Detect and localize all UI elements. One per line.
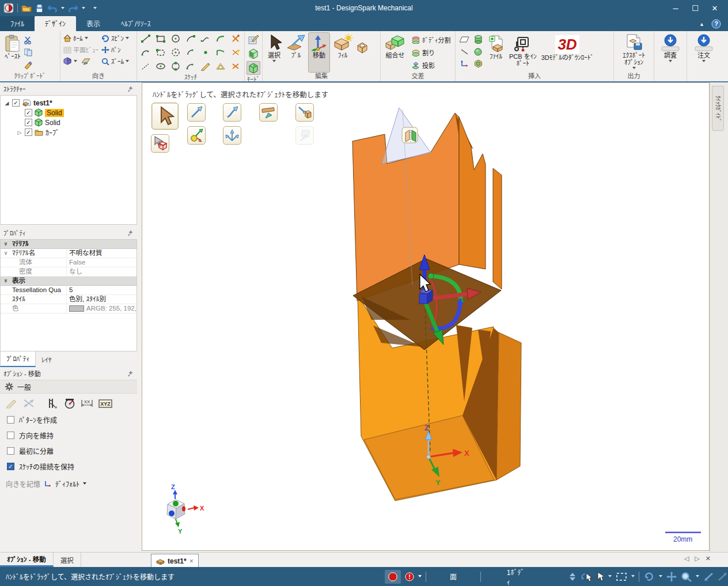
sketch-circle-icon[interactable]: [170, 34, 181, 43]
tab-display[interactable]: 表示: [76, 16, 111, 31]
select-cursor-icon[interactable]: [596, 572, 604, 581]
xyz-coordinates-tool-icon[interactable]: XYZ: [98, 399, 112, 408]
format-painter-icon[interactable]: [24, 61, 33, 69]
options-general-row[interactable]: 一般: [0, 380, 137, 394]
sketch-point-icon[interactable]: [200, 48, 211, 57]
tree-row-root[interactable]: ◢ ✓ test1*: [1, 98, 136, 108]
bottom-tab-options[interactable]: ｵﾌﾟｼｮﾝ - 移動: [0, 553, 54, 567]
pin-icon[interactable]: [128, 230, 134, 236]
ribbon-collapse-icon[interactable]: ▲: [699, 21, 704, 27]
sketch-fillet-icon[interactable]: [215, 34, 226, 43]
tree-row-solid-2[interactable]: ✓ Solid: [1, 118, 136, 127]
close-button[interactable]: ✕: [706, 2, 723, 14]
tab-help[interactable]: ﾍﾙﾌﾟ/ﾘｿｰｽ: [111, 16, 161, 31]
zoom-extents-icon[interactable]: [703, 572, 714, 581]
box-select-icon[interactable]: [616, 572, 627, 581]
undo-selection-icon[interactable]: [579, 572, 592, 582]
tab-scroll-right-icon[interactable]: ▷: [695, 555, 699, 562]
expander-expanded-icon[interactable]: ◢: [4, 100, 10, 106]
box-select-dropdown[interactable]: [631, 575, 635, 579]
sketch-arc-icon[interactable]: [185, 48, 196, 57]
section-display[interactable]: ∨表示: [1, 277, 136, 286]
minimize-button[interactable]: ─: [667, 2, 684, 14]
sketch-tangent-arc-icon[interactable]: [185, 34, 196, 43]
sketch-3pt-arc-icon[interactable]: [141, 48, 151, 57]
prop-fluid[interactable]: 流体False: [1, 258, 136, 267]
solid-mode-button[interactable]: [247, 61, 260, 75]
error-dropdown[interactable]: [418, 575, 422, 579]
error-indicator-button[interactable]: !: [405, 572, 414, 581]
sketch-equation-icon[interactable]: [200, 62, 211, 71]
maximize-button[interactable]: ☐: [687, 2, 704, 14]
sketch-mode-button[interactable]: [247, 32, 260, 46]
fill-tool-button[interactable]: ﾌｨﾙ: [330, 32, 355, 73]
orbit-icon[interactable]: [643, 572, 655, 582]
orientation-dropdown[interactable]: [83, 482, 86, 486]
bottom-tab-select[interactable]: 選択: [54, 553, 81, 567]
pin-icon[interactable]: [128, 370, 134, 377]
pan-icon[interactable]: [666, 572, 677, 582]
insert-line-icon[interactable]: [460, 48, 469, 55]
tab-properties[interactable]: ﾌﾟﾛﾊﾟﾃｨ: [0, 351, 36, 367]
undo-dropdown[interactable]: [61, 7, 65, 11]
option-maintain-orientation[interactable]: 方向を維持: [0, 428, 137, 443]
lower-box-right-face[interactable]: [496, 332, 521, 480]
select-tool-button[interactable]: 選択: [264, 32, 284, 73]
spinner-control[interactable]: [570, 573, 575, 581]
sketch-sweep-arc-icon[interactable]: [185, 62, 196, 71]
caliper-tool-icon[interactable]: [47, 398, 59, 409]
move-grid-tool-icon[interactable]: [22, 398, 35, 409]
redo-dropdown[interactable]: [82, 7, 85, 11]
download-3d-model-button[interactable]: 3D 3Dﾓﾃﾞﾙのﾀﾞｳﾝﾛｰﾄﾞ: [539, 32, 596, 73]
expander-collapsed-icon[interactable]: ▷: [17, 130, 22, 135]
checkbox[interactable]: [7, 432, 14, 439]
paste-button[interactable]: ﾍﾟｰｽﾄ: [2, 32, 24, 73]
insert-plane-icon[interactable]: [460, 36, 469, 43]
zoom-icon[interactable]: [681, 572, 692, 582]
tab-file[interactable]: ﾌｧｲﾙ: [0, 16, 35, 31]
orbit-dropdown[interactable]: [659, 575, 662, 579]
sketch-spline-icon[interactable]: [200, 34, 211, 43]
checkbox[interactable]: [7, 416, 14, 424]
save-button[interactable]: [35, 4, 44, 13]
sketch-rectangle-icon[interactable]: [156, 34, 166, 43]
view-cube-icon[interactable]: [63, 57, 72, 65]
insert-axis-icon[interactable]: [460, 60, 469, 67]
zoom-button[interactable]: ｽﾞｰﾑ: [100, 55, 130, 67]
prop-tessellation[interactable]: Tessellation Qua5: [1, 286, 136, 295]
help-icon[interactable]: ?: [711, 19, 721, 29]
gizmo-center-handle[interactable]: [419, 294, 427, 304]
sketch-offset-icon[interactable]: [215, 62, 226, 71]
tree-row-curves[interactable]: ▷ ✓ ｶｰﾌﾞ: [1, 127, 136, 137]
tree-row-solid-1[interactable]: ✓ Solid: [1, 108, 136, 118]
sketch-ellipse-3pt-icon[interactable]: [170, 48, 181, 57]
pin-icon[interactable]: [128, 86, 134, 92]
qat-customize-dropdown[interactable]: [93, 7, 97, 11]
view-cube[interactable]: Z X Y: [167, 483, 204, 535]
quick-guide-tab[interactable]: ｸｲｯｸｶﾞｲﾄﾞ: [712, 86, 724, 131]
insert-shell-icon[interactable]: [474, 59, 483, 68]
curves-checkbox[interactable]: ✓: [25, 128, 32, 136]
home-view-button[interactable]: ﾎｰﾑ: [62, 32, 100, 44]
zoom-dropdown[interactable]: [696, 575, 699, 579]
sketch-line-icon[interactable]: [141, 34, 151, 43]
sketch-trim-icon[interactable]: [230, 34, 241, 43]
insert-sphere-icon[interactable]: [474, 48, 482, 56]
order-button[interactable]: 注文: [692, 32, 716, 73]
export-options-button[interactable]: ｴｸｽﾎﾟｰﾄｵﾌﾟｼｮﾝ: [620, 32, 647, 73]
spin-button[interactable]: ｽﾋﾟﾝ: [100, 32, 130, 44]
prop-style[interactable]: ｽﾀｲﾙ色別, ｽﾀｲﾙ別: [1, 295, 136, 304]
pan-button[interactable]: ﾊﾟﾝ: [100, 44, 122, 55]
pull-tool-button[interactable]: ﾌﾟﾙ: [284, 32, 308, 73]
tab-layers[interactable]: ﾚｲﾔ: [36, 353, 57, 367]
sketch-view-icon[interactable]: [81, 57, 90, 65]
checkbox[interactable]: [7, 447, 14, 455]
option-create-pattern[interactable]: ﾊﾟﾀｰﾝを作成: [0, 412, 137, 428]
undo-button[interactable]: [47, 3, 58, 13]
ruler-tool-icon[interactable]: [6, 398, 17, 409]
checkbox-checked[interactable]: ✓: [7, 463, 14, 470]
tab-scroll-left-icon[interactable]: ◁: [684, 555, 689, 562]
cut-icon[interactable]: [24, 36, 33, 44]
color-swatch[interactable]: [69, 305, 84, 312]
tab-design[interactable]: ﾃﾞｻﾞｲﾝ: [35, 16, 76, 31]
